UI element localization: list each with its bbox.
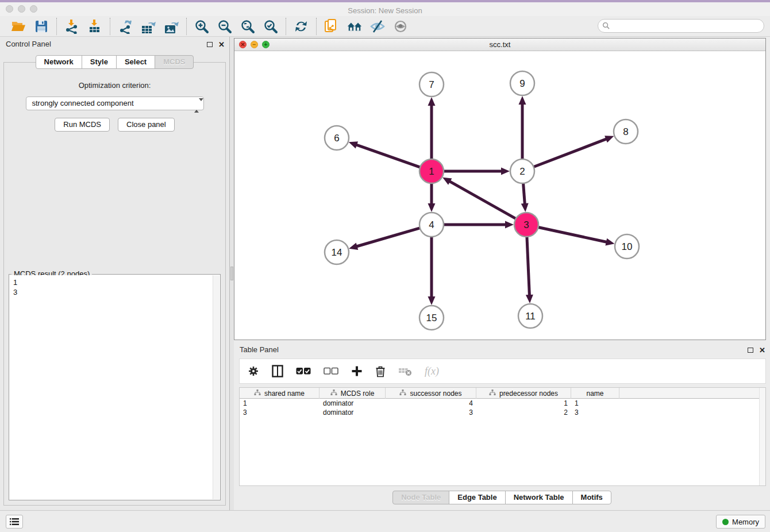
table-row[interactable]: 3dominator323 xyxy=(240,408,765,417)
table-cell[interactable]: 3 xyxy=(240,408,319,417)
graph-node-label: 1 xyxy=(429,166,434,177)
graph-node-11[interactable]: 11 xyxy=(518,304,542,328)
table-cell[interactable]: 2 xyxy=(476,408,571,417)
graph-edge-1-2[interactable] xyxy=(444,168,510,175)
graph-node-7[interactable]: 7 xyxy=(419,72,444,97)
table-cell[interactable]: dominator xyxy=(319,399,386,408)
refresh-icon[interactable] xyxy=(293,18,309,34)
column-header-successor-nodes[interactable]: successor nodes xyxy=(386,388,476,399)
select-all-icon[interactable] xyxy=(296,367,311,375)
network-minimize-button[interactable]: − xyxy=(251,41,258,48)
graph-edge-3-1[interactable] xyxy=(442,178,516,219)
graph-edge-2-9[interactable] xyxy=(519,96,526,159)
table-settings-icon[interactable] xyxy=(248,365,259,377)
network-graph[interactable]: 7968124314101511 xyxy=(234,51,765,340)
search-input[interactable] xyxy=(598,19,764,33)
graph-edge-4-15[interactable] xyxy=(428,237,436,305)
graph-node-10[interactable]: 10 xyxy=(615,234,639,259)
table-row[interactable]: 1dominator411 xyxy=(240,399,765,408)
graph-node-4[interactable]: 4 xyxy=(419,213,444,237)
network-close-button[interactable]: ✕ xyxy=(239,41,247,48)
table-cell[interactable]: 1 xyxy=(571,399,619,408)
export-image-icon[interactable] xyxy=(163,18,179,34)
zoom-fit-icon[interactable] xyxy=(240,18,256,34)
split-view-icon[interactable] xyxy=(272,365,283,377)
graph-edge-3-10[interactable] xyxy=(538,227,615,245)
result-scrollbar[interactable] xyxy=(213,275,220,499)
delete-column-icon[interactable] xyxy=(375,365,386,377)
add-column-icon[interactable] xyxy=(351,365,363,377)
function-builder-icon[interactable]: f(x) xyxy=(425,365,439,377)
graph-edge-3-11[interactable] xyxy=(526,237,533,303)
optimization-criterion-select[interactable]: strongly connected component xyxy=(26,97,204,110)
graph-edge-4-3[interactable] xyxy=(444,221,514,229)
graph-node-9[interactable]: 9 xyxy=(510,71,534,95)
run-mcds-button[interactable]: Run MCDS xyxy=(55,118,110,132)
float-table-panel-icon[interactable] xyxy=(748,348,753,353)
save-session-icon[interactable] xyxy=(33,18,49,34)
table-scrollbar[interactable] xyxy=(759,388,765,485)
show-all-icon[interactable] xyxy=(392,18,409,34)
close-panel-button[interactable]: Close panel xyxy=(118,118,175,132)
graph-node-14[interactable]: 14 xyxy=(325,240,349,264)
column-header-predecessor-nodes[interactable]: predecessor nodes xyxy=(476,388,571,399)
tab-select[interactable]: Select xyxy=(116,55,155,69)
graph-edge-2-8[interactable] xyxy=(534,136,614,167)
graph-edge-1-7[interactable] xyxy=(428,97,436,159)
close-panel-icon[interactable]: ✕ xyxy=(218,41,225,48)
zoom-in-icon[interactable] xyxy=(194,18,210,34)
hide-selected-icon[interactable] xyxy=(369,18,386,34)
application-window: Session: New Session xyxy=(0,0,770,532)
table-tab-motifs[interactable]: Motifs xyxy=(572,491,611,504)
duplicate-network-icon[interactable] xyxy=(324,18,340,34)
zoom-out-icon[interactable] xyxy=(217,18,233,34)
node-table: shared nameMCDS rolesuccessor nodesprede… xyxy=(239,387,766,486)
table-cell[interactable]: 4 xyxy=(386,399,476,408)
graph-node-3[interactable]: 3 xyxy=(514,213,538,237)
table-tab-edge-table[interactable]: Edge Table xyxy=(449,491,505,504)
network-window-titlebar[interactable]: ✕ − + scc.txt xyxy=(234,38,765,51)
table-tab-network-table[interactable]: Network Table xyxy=(505,491,573,504)
open-session-icon[interactable] xyxy=(10,18,26,34)
close-table-panel-icon[interactable]: ✕ xyxy=(759,346,765,354)
graph-edge-4-14[interactable] xyxy=(349,228,420,250)
memory-button[interactable]: Memory xyxy=(716,515,765,529)
zoom-selected-icon[interactable] xyxy=(263,18,279,34)
table-tab-node-table[interactable]: Node Table xyxy=(392,491,449,504)
graph-node-2[interactable]: 2 xyxy=(510,159,534,183)
panel-splitter[interactable] xyxy=(230,37,234,510)
graph-node-8[interactable]: 8 xyxy=(614,119,638,144)
graph-edge-1-6[interactable] xyxy=(349,141,420,167)
table-cell[interactable]: 1 xyxy=(240,399,319,408)
export-network-icon[interactable] xyxy=(117,18,133,34)
import-table-icon[interactable] xyxy=(87,18,103,34)
first-neighbors-icon[interactable] xyxy=(346,18,363,34)
float-panel-icon[interactable] xyxy=(207,42,213,47)
table-cell[interactable]: 1 xyxy=(476,399,571,408)
graph-node-15[interactable]: 15 xyxy=(419,306,444,330)
mcds-result-text[interactable]: 1 3 xyxy=(10,275,213,499)
optimization-criterion-value: strongly connected component xyxy=(32,99,134,107)
tab-mcds[interactable]: MCDS xyxy=(155,55,194,69)
network-canvas[interactable]: 7968124314101511 xyxy=(234,51,765,340)
table-cell[interactable]: dominator xyxy=(319,408,386,417)
control-panel: Control Panel ✕ NetworkStyleSelectMCDS O… xyxy=(0,37,230,510)
task-history-button[interactable] xyxy=(6,515,23,529)
column-header-shared-name[interactable]: shared name xyxy=(240,388,319,399)
graph-node-1[interactable]: 1 xyxy=(419,159,444,183)
graph-node-6[interactable]: 6 xyxy=(325,126,349,150)
table-cell[interactable]: 3 xyxy=(571,408,619,417)
graph-edge-1-4[interactable] xyxy=(428,183,436,212)
tab-network[interactable]: Network xyxy=(36,55,82,69)
network-zoom-button[interactable]: + xyxy=(262,41,270,48)
graph-edge-2-3[interactable] xyxy=(521,183,529,212)
column-header-name[interactable]: name xyxy=(571,388,619,399)
tab-style[interactable]: Style xyxy=(82,55,117,69)
export-table-icon[interactable] xyxy=(140,18,156,34)
column-header-mcds-role[interactable]: MCDS role xyxy=(319,388,386,399)
table-cell[interactable]: 3 xyxy=(386,408,476,417)
import-network-icon[interactable] xyxy=(64,18,80,34)
splitter-grip[interactable] xyxy=(230,267,233,280)
deselect-all-icon[interactable] xyxy=(324,367,338,375)
delete-table-icon[interactable] xyxy=(398,366,412,376)
